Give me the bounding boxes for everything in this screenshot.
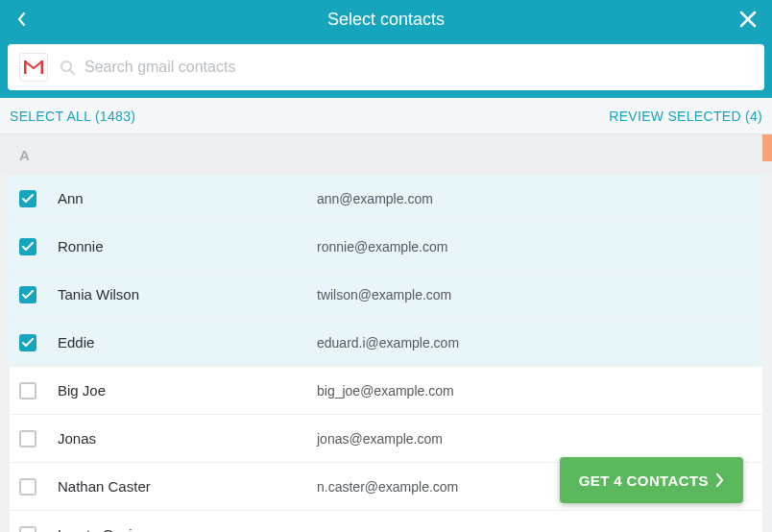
check-icon [22, 194, 34, 204]
header: Select contacts [0, 0, 772, 38]
contact-checkbox[interactable] [19, 190, 36, 207]
contact-checkbox[interactable] [19, 286, 36, 303]
get-contacts-label: GET 4 CONTACTS [579, 472, 709, 489]
contact-checkbox[interactable] [19, 430, 36, 447]
contact-name: Ann [58, 190, 317, 206]
svg-rect-1 [24, 60, 27, 74]
search-bar-container [0, 38, 772, 98]
contacts-list-area: A Annann@example.comRonnieronnie@example… [0, 134, 772, 532]
contact-email: eduard.i@example.com [317, 335, 459, 351]
chevron-right-icon [714, 473, 724, 487]
contact-row[interactable]: Annann@example.com [10, 175, 762, 223]
contact-row[interactable]: Eddieeduard.i@example.com [10, 319, 762, 367]
contact-name: Jonas [58, 430, 317, 447]
contact-name: Tania Wilson [58, 286, 317, 302]
contact-row[interactable]: Jonasjonas@example.com [10, 415, 762, 463]
contact-name: Big Joe [58, 382, 317, 399]
select-all-button[interactable]: SELECT ALL (1483) [10, 109, 135, 124]
check-icon [22, 242, 34, 252]
contact-name: Loreta Gavin [58, 526, 317, 532]
contact-row[interactable]: Tania Wilsontwilson@example.com [10, 271, 762, 319]
contact-checkbox[interactable] [19, 238, 36, 255]
gmail-logo-icon [24, 60, 43, 74]
review-selected-button[interactable]: REVIEW SELECTED (4) [609, 109, 762, 124]
contact-row[interactable]: Loreta Gavin [10, 511, 762, 532]
search-input[interactable] [83, 58, 753, 77]
section-header: A [0, 134, 772, 175]
close-button[interactable] [737, 9, 759, 30]
contact-name: Eddie [58, 334, 317, 351]
contact-checkbox[interactable] [19, 478, 36, 496]
get-contacts-button[interactable]: GET 4 CONTACTS [560, 457, 743, 503]
action-toolbar: SELECT ALL (1483) REVIEW SELECTED (4) [0, 98, 772, 134]
page-title: Select contacts [0, 10, 772, 30]
contact-checkbox[interactable] [19, 526, 36, 533]
contact-email: jonas@example.com [317, 431, 443, 447]
contact-row[interactable]: Big Joebig_joe@example.com [10, 367, 762, 415]
check-icon [22, 290, 34, 300]
gmail-icon [19, 53, 48, 82]
svg-line-4 [70, 70, 74, 74]
close-icon [739, 11, 757, 28]
contact-row[interactable]: Ronnieronnie@example.com [10, 223, 762, 271]
scroll-indicator[interactable] [762, 134, 772, 161]
contact-email: n.caster@example.com [317, 479, 458, 495]
chevron-left-icon [17, 12, 27, 26]
back-button[interactable] [13, 11, 31, 28]
svg-rect-2 [41, 60, 44, 74]
contact-checkbox[interactable] [19, 382, 36, 399]
contact-name: Ronnie [58, 238, 317, 254]
section-letter: A [19, 147, 30, 163]
contact-email: ann@example.com [317, 191, 433, 206]
contact-email: ronnie@example.com [317, 239, 447, 254]
check-icon [22, 338, 34, 348]
contact-name: Nathan Caster [58, 478, 317, 495]
search-bar[interactable] [8, 44, 764, 90]
contact-email: big_joe@example.com [317, 383, 454, 399]
contact-email: twilson@example.com [317, 287, 451, 302]
search-icon [60, 60, 75, 75]
contact-checkbox[interactable] [19, 334, 36, 351]
